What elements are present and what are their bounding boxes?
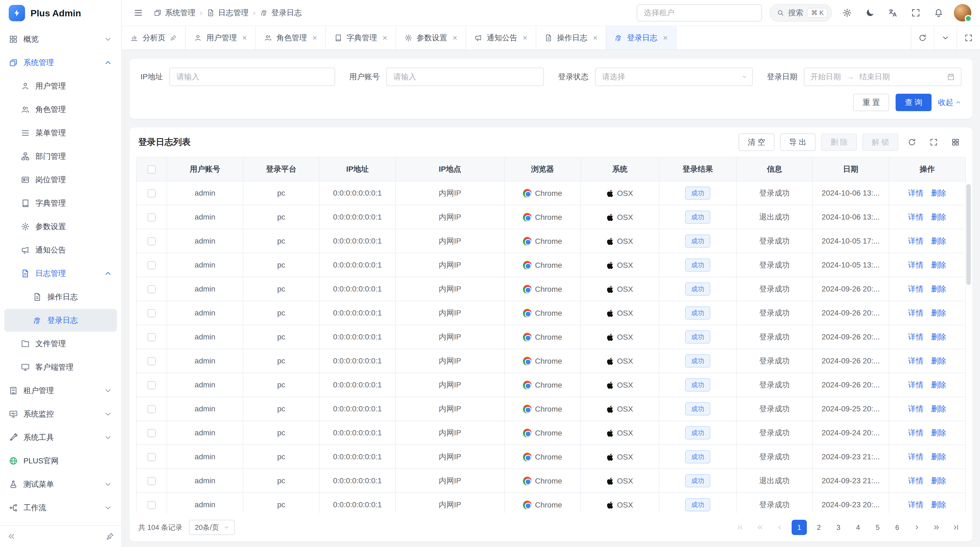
tab-role[interactable]: 角色管理× [256, 26, 326, 49]
sidebar-item-user[interactable]: 用户管理 [4, 75, 117, 97]
sidebar-item-dict[interactable]: 字典管理 [4, 192, 117, 215]
sidebar-item-op-log[interactable]: 操作日志 [4, 285, 117, 308]
tenant-select-input[interactable] [637, 4, 762, 22]
tab-notice[interactable]: 通知公告× [466, 26, 536, 49]
tab-dict[interactable]: 字典管理× [326, 26, 396, 49]
tab-close-icon[interactable]: × [242, 34, 247, 42]
sidebar-item-plus-site[interactable]: PLUS官网 [4, 450, 117, 472]
query-button[interactable]: 查 询 [896, 94, 932, 111]
delete-link[interactable]: 删除 [931, 477, 946, 485]
column-header[interactable]: 登录平台 [243, 157, 319, 181]
delete-link[interactable]: 删除 [931, 501, 946, 509]
delete-link[interactable]: 删除 [931, 285, 946, 293]
sidebar-item-menu[interactable]: 菜单管理 [4, 121, 117, 144]
row-checkbox[interactable] [148, 261, 156, 270]
user-avatar[interactable] [954, 4, 971, 22]
column-header[interactable]: 用户账号 [167, 157, 243, 181]
account-input[interactable] [386, 67, 544, 86]
page-2-button[interactable]: 2 [811, 520, 826, 535]
tab-close-icon[interactable]: × [523, 34, 528, 42]
delete-button[interactable]: 删 除 [821, 134, 857, 151]
table-scrollbar[interactable] [966, 184, 971, 285]
detail-link[interactable]: 详情 [908, 477, 923, 485]
row-checkbox[interactable] [148, 213, 156, 222]
next-page-button[interactable] [909, 520, 924, 535]
ip-input[interactable] [169, 67, 335, 86]
sidebar-item-log[interactable]: 日志管理 [4, 262, 117, 285]
detail-link[interactable]: 详情 [908, 381, 923, 389]
delete-link[interactable]: 删除 [931, 357, 946, 365]
translate-icon[interactable] [885, 5, 900, 21]
refresh-table-icon[interactable] [904, 134, 920, 150]
tab-close-icon[interactable]: × [453, 34, 458, 42]
app-logo[interactable]: Plus Admin [0, 0, 121, 26]
export-button[interactable]: 导 出 [780, 134, 816, 151]
breadcrumb-item[interactable]: 登录日志 [260, 8, 302, 18]
row-checkbox[interactable] [148, 429, 156, 437]
row-checkbox[interactable] [148, 405, 156, 413]
delete-link[interactable]: 删除 [931, 405, 946, 413]
sidebar-item-client[interactable]: 客户端管理 [4, 356, 117, 379]
sidebar-item-workflow[interactable]: 工作流 [4, 496, 117, 519]
row-checkbox[interactable] [148, 357, 156, 365]
sidebar-item-role[interactable]: 角色管理 [4, 98, 117, 121]
sidebar-item-post[interactable]: 岗位管理 [4, 168, 117, 191]
breadcrumb-item[interactable]: 日志管理 [207, 8, 248, 18]
row-checkbox[interactable] [148, 453, 156, 461]
delete-link[interactable]: 删除 [931, 261, 946, 269]
tab-close-icon[interactable]: × [382, 34, 387, 42]
detail-link[interactable]: 详情 [908, 453, 923, 461]
delete-link[interactable]: 删除 [931, 381, 946, 389]
dark-mode-moon-icon[interactable] [862, 5, 878, 21]
page-3-button[interactable]: 3 [831, 520, 846, 535]
detail-link[interactable]: 详情 [908, 309, 923, 317]
delete-link[interactable]: 删除 [931, 189, 946, 197]
page-1-button[interactable]: 1 [792, 520, 807, 535]
delete-link[interactable]: 删除 [931, 309, 946, 317]
column-settings-icon[interactable] [947, 134, 964, 150]
sidebar-item-file[interactable]: 文件管理 [4, 332, 117, 355]
column-header[interactable]: 系统 [581, 157, 659, 181]
sidebar-item-param[interactable]: 参数设置 [4, 215, 117, 238]
tab-close-icon[interactable]: × [312, 34, 317, 42]
detail-link[interactable]: 详情 [908, 405, 923, 413]
row-checkbox[interactable] [148, 285, 156, 293]
sidebar-item-system[interactable]: 系统管理 [4, 51, 117, 74]
detail-link[interactable]: 详情 [908, 429, 923, 437]
column-header[interactable]: 登录结果 [659, 157, 737, 181]
date-range-picker[interactable]: 开始日期 → 结束日期 [804, 67, 961, 86]
row-checkbox[interactable] [148, 189, 156, 198]
detail-link[interactable]: 详情 [908, 189, 923, 197]
first-page-button[interactable] [733, 520, 748, 535]
clear-button[interactable]: 清 空 [738, 134, 775, 151]
collapse-filters-link[interactable]: 收起 [938, 97, 961, 108]
column-header[interactable]: 日期 [813, 157, 889, 181]
menu-toggle-icon[interactable] [130, 5, 146, 21]
notification-bell-icon[interactable] [931, 5, 946, 21]
select-all-checkbox[interactable] [148, 165, 156, 174]
fullscreen-icon[interactable] [908, 5, 923, 21]
column-header[interactable]: IP地址 [319, 157, 396, 181]
row-checkbox[interactable] [148, 237, 156, 246]
breadcrumb-item[interactable]: 系统管理 [154, 8, 196, 18]
column-header[interactable]: IP地点 [396, 157, 504, 181]
sidebar-item-test-menu[interactable]: 测试菜单 [4, 473, 117, 496]
detail-link[interactable]: 详情 [908, 261, 923, 269]
sidebar-item-dept[interactable]: 部门管理 [4, 145, 117, 168]
sidebar-pin-icon[interactable] [106, 532, 115, 541]
tab-param[interactable]: 参数设置× [396, 26, 466, 49]
detail-link[interactable]: 详情 [908, 501, 923, 509]
global-search-button[interactable]: 搜索 ⌘ K [770, 4, 832, 22]
detail-link[interactable]: 详情 [908, 213, 923, 221]
delete-link[interactable]: 删除 [931, 453, 946, 461]
detail-link[interactable]: 详情 [908, 285, 923, 293]
tabs-dropdown-icon[interactable] [934, 26, 957, 49]
content-fullscreen-icon[interactable] [957, 26, 980, 49]
refresh-page-icon[interactable] [912, 26, 934, 49]
row-checkbox[interactable] [148, 477, 156, 485]
sidebar-item-notice[interactable]: 通知公告 [4, 239, 117, 262]
column-header[interactable]: 信息 [737, 157, 813, 181]
tab-user[interactable]: 用户管理× [186, 26, 256, 49]
delete-link[interactable]: 删除 [931, 429, 946, 437]
row-checkbox[interactable] [148, 501, 156, 509]
